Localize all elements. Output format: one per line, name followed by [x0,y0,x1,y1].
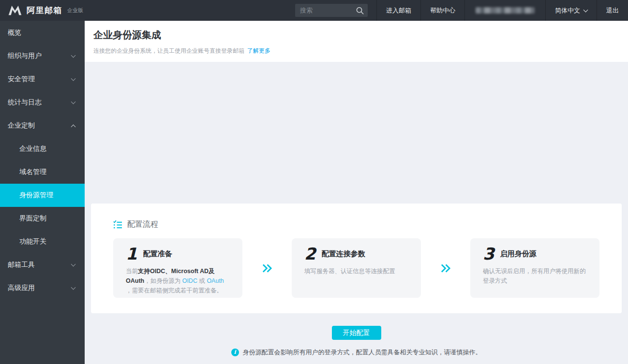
help-center-link[interactable]: 帮助中心 [420,0,464,21]
topbar-menu: 进入邮箱 帮助中心 简体中文 退出 [376,0,628,21]
account-name-blurred[interactable] [464,0,545,21]
sidebar-item-stats-logs[interactable]: 统计与日志 [0,91,85,114]
step-card-3: 3 启用身份源 确认无误后启用，所有用户将使用新的登录方式 [470,238,599,298]
step-number: 3 [483,245,494,262]
brand-edition: 企业版 [67,7,83,14]
enter-mail-link[interactable]: 进入邮箱 [376,0,420,21]
sidebar-item-security[interactable]: 安全管理 [0,68,85,91]
chevron-up-icon [71,124,76,129]
sidebar-item-domain-management[interactable]: 域名管理 [0,160,85,184]
flow-heading: 配置流程 [113,219,599,230]
alimail-logo-icon [8,5,22,16]
logout-button[interactable]: 退出 [597,0,628,21]
search-box[interactable] [295,4,368,17]
chevron-down-icon [71,53,76,58]
double-chevron-right-icon [261,262,273,275]
main-content: 企业身份源集成 连接您的企业身份系统，让员工使用企业账号直接登录邮箱了解更多 [85,21,628,364]
step-card-1: 1 配置准备 当前支持OIDC、Microsoft AD及OAuth，如身份源为… [113,238,242,298]
search-icon[interactable] [355,6,364,15]
app-window: 阿里邮箱 企业版 进入邮箱 帮助中心 简体中文 退出 [0,0,628,364]
sidebar-item-ui-custom[interactable]: 界面定制 [0,207,85,230]
language-label: 简体中文 [555,6,580,15]
flow-heading-label: 配置流程 [127,219,158,230]
brand-name: 阿里邮箱 [27,5,62,16]
notice-text: 身份源配置会影响所有用户的登录方式，配置人员需具备相关专业知识，请谨慎操作。 [243,348,482,357]
step-title: 启用身份源 [500,249,537,259]
sidebar-item-overview[interactable]: 概览 [0,21,85,44]
sidebar-item-enterprise-info[interactable]: 企业信息 [0,137,85,160]
step-description: 确认无误后启用，所有用户将使用新的登录方式 [483,266,587,286]
sidebar-item-advanced-apps[interactable]: 高级应用 [0,277,85,300]
oidc-link[interactable]: OIDC [182,277,197,284]
sidebar-item-mail-tools[interactable]: 邮箱工具 [0,253,85,277]
step-description: 当前支持OIDC、Microsoft AD及OAuth，如身份源为 OIDC 或… [126,266,230,295]
config-flow-card: 配置流程 1 配置准备 当前支持OIDC、Microsoft AD及OAuth，… [91,204,622,313]
chevron-down-icon [71,285,76,290]
page-header: 企业身份源集成 连接您的企业身份系统，让员工使用企业账号直接登录邮箱了解更多 [85,21,628,62]
step-title: 配置准备 [143,249,172,259]
account-blur-block [476,7,535,14]
chevron-down-icon [71,99,76,104]
sidebar-item-feature-switch[interactable]: 功能开关 [0,230,85,253]
oauth-link[interactable]: OAuth [207,277,224,284]
chevron-down-icon [583,7,588,12]
step-description: 填写服务器、认证信息等连接配置 [304,266,408,276]
step-number: 2 [304,245,316,262]
sidebar-item-org-users[interactable]: 组织与用户 [0,44,85,68]
chevron-down-icon [71,262,76,266]
brand: 阿里邮箱 企业版 [0,5,91,16]
step-title: 配置连接参数 [322,249,365,259]
info-icon: i [231,349,239,356]
step-card-2: 2 配置连接参数 填写服务器、认证信息等连接配置 [292,238,421,298]
notice-row: i 身份源配置会影响所有用户的登录方式，配置人员需具备相关专业知识，请谨慎操作。 [85,348,628,357]
start-config-button[interactable]: 开始配置 [332,326,381,340]
flow-steps: 1 配置准备 当前支持OIDC、Microsoft AD及OAuth，如身份源为… [113,238,599,298]
double-chevron-right-icon [439,262,452,275]
learn-more-link[interactable]: 了解更多 [247,47,270,54]
topbar: 阿里邮箱 企业版 进入邮箱 帮助中心 简体中文 退出 [0,0,628,21]
page-subtitle: 连接您的企业身份系统，让员工使用企业账号直接登录邮箱了解更多 [93,47,619,55]
page-title: 企业身份源集成 [93,29,619,42]
chevron-down-icon [71,76,76,81]
sidebar: 概览 组织与用户 安全管理 统计与日志 企业定制 企业信息 域名 [0,21,85,364]
language-selector[interactable]: 简体中文 [545,0,597,21]
sidebar-item-enterprise-custom[interactable]: 企业定制 [0,114,85,137]
step-number: 1 [126,245,137,262]
sidebar-item-identity-source[interactable]: 身份源管理 [0,184,85,207]
checklist-icon [113,220,122,229]
